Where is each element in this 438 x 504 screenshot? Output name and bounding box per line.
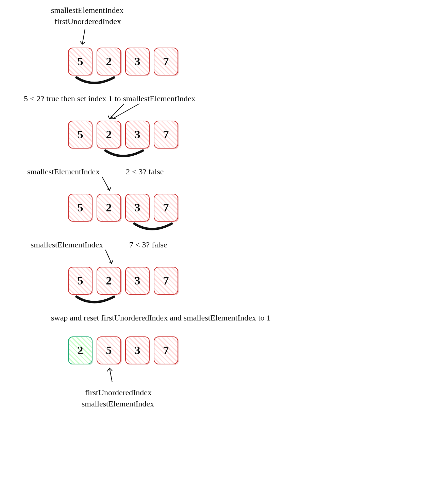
cell-r2-0: 5 <box>68 121 92 149</box>
caption-swap: swap and reset firstUnorderedIndex and s… <box>51 313 271 323</box>
cell-r3-0: 5 <box>68 194 92 222</box>
cell-r4-2: 3 <box>125 267 150 295</box>
cell-r2-3: 7 <box>154 121 178 149</box>
cell-r1-3: 7 <box>154 48 178 75</box>
caption-step3-right: 7 < 3? false <box>129 240 167 250</box>
cell-r2-1: 2 <box>97 121 121 149</box>
cell-r2-2: 3 <box>125 121 150 149</box>
cell-r5-2: 3 <box>125 336 150 364</box>
swoosh-r1-01 <box>73 75 121 88</box>
swoosh-r3-23 <box>131 221 179 234</box>
swoosh-r2-12 <box>102 148 150 161</box>
cell-r5-3: 7 <box>154 336 178 364</box>
cell-r1-1: 2 <box>97 48 121 75</box>
cells-row-4: 5 2 3 7 <box>68 267 178 295</box>
cell-r3-1: 2 <box>97 194 121 222</box>
arrow-caption-to-r2-1b <box>109 102 150 122</box>
caption-step2-left: smallestElementIndex <box>27 167 100 177</box>
cells-row-1: 5 2 3 7 <box>68 48 178 75</box>
cell-r4-0: 5 <box>68 267 92 295</box>
svg-line-2 <box>112 104 139 119</box>
label-fui-top: firstUnorderedIndex <box>54 16 121 27</box>
arrow-top-to-cell0 <box>78 27 92 48</box>
arrow-bottom-to-r5-1 <box>102 365 122 386</box>
cells-row-5: 2 5 3 7 <box>68 336 178 364</box>
svg-line-3 <box>102 177 110 190</box>
cell-r3-3: 7 <box>154 194 178 222</box>
label-sei-top: smallestElementIndex <box>51 5 123 16</box>
caption-step2-right: 2 < 3? false <box>126 167 164 177</box>
cell-r1-2: 3 <box>125 48 150 75</box>
svg-line-4 <box>105 250 112 263</box>
cell-r4-3: 7 <box>154 267 178 295</box>
cell-r3-2: 3 <box>125 194 150 222</box>
cell-r5-0: 2 <box>68 336 92 364</box>
label-sei-bottom: smallestElementIndex <box>82 399 154 409</box>
cells-row-3: 5 2 3 7 <box>68 194 178 222</box>
arrow-sei-to-r4-1 <box>102 248 122 267</box>
arrow-sei-to-r3-1 <box>99 175 119 194</box>
cell-r4-1: 2 <box>97 267 121 295</box>
label-fui-bottom: firstUnorderedIndex <box>85 387 152 398</box>
cells-row-2: 5 2 3 7 <box>68 121 178 149</box>
caption-step3-left: smallestElementIndex <box>31 240 103 250</box>
swoosh-r4-01 <box>73 294 121 308</box>
cell-r1-0: 5 <box>68 48 92 75</box>
svg-line-0 <box>82 29 85 44</box>
cell-r5-1: 5 <box>97 336 121 364</box>
